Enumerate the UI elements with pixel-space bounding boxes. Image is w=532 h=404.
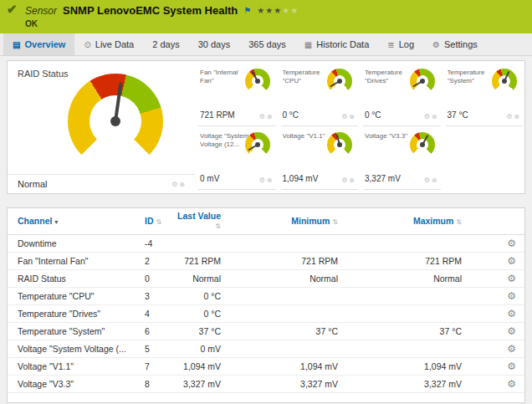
- gauge-label: Temperature "CPU": [283, 69, 333, 85]
- minimum-value: 721 RPM: [221, 256, 338, 266]
- priority-flag-icon[interactable]: ⚑: [243, 6, 251, 15]
- channel-name: Temperature "Drives": [18, 309, 143, 319]
- gauge-pin-icon[interactable]: ⊕: [432, 113, 439, 120]
- gauge-tile-temp-system: Temperature "System" 37 °C ⚙⊕: [446, 64, 524, 126]
- gauge-pin-icon[interactable]: ⊕: [432, 176, 439, 184]
- priority-stars[interactable]: ★★★★★: [257, 7, 299, 15]
- gauge-label: Fan "Internal Fan": [200, 69, 250, 85]
- channel-id: 3: [143, 291, 175, 301]
- channel-settings-gear-icon[interactable]: ⚙: [462, 255, 516, 267]
- gauge-hub: [420, 142, 425, 147]
- col-header-channel[interactable]: Channel ▾: [18, 217, 143, 227]
- sort-down-icon: ▾: [54, 218, 58, 226]
- star-icon[interactable]: ★: [265, 6, 274, 15]
- tab-label: 2 days: [152, 39, 179, 49]
- channel-gauge: [410, 69, 435, 94]
- sensor-title-line: Sensor SNMP LenovoEMC System Health ⚑ ★★…: [25, 4, 299, 17]
- maximum-value: 1,094 mV: [338, 361, 462, 371]
- table-row: Temperature "CPU" 3 0 °C ⚙: [8, 288, 524, 305]
- channel-settings-gear-icon[interactable]: ⚙: [462, 361, 516, 372]
- gauge-label: Voltage "V3.3": [365, 132, 415, 141]
- minimum-value: 1,094 mV: [221, 361, 338, 371]
- last-value: 721 RPM: [175, 256, 221, 266]
- gauge-value: 3,327 mV: [365, 174, 401, 183]
- gauge-gear-icon[interactable]: ⚙: [259, 113, 267, 120]
- gauge-pin-icon[interactable]: ⊕: [267, 113, 274, 120]
- gauge-value: 37 °C: [448, 110, 468, 120]
- gauge-gear-icon[interactable]: ⚙: [424, 113, 432, 120]
- gauge-pin-icon[interactable]: ⊕: [349, 176, 356, 184]
- gauge-value: 0 mV: [200, 174, 219, 183]
- tab-2-days[interactable]: 2 days: [143, 33, 188, 55]
- gauge-pin-icon[interactable]: ⊕: [514, 113, 521, 120]
- channel-id: 6: [143, 326, 175, 336]
- channel-name: Downtime: [18, 238, 143, 248]
- channel-gauge: [327, 132, 352, 157]
- raid-status-gauge: [68, 74, 163, 169]
- star-icon[interactable]: ★: [257, 6, 265, 15]
- live-data-icon: ⊙: [84, 40, 90, 49]
- channel-gauge: [492, 69, 517, 94]
- tab-overview[interactable]: ▤Overview: [3, 33, 74, 55]
- last-value: 1,094 mV: [175, 361, 221, 371]
- gauge-label: Temperature "System": [448, 69, 498, 85]
- tab-settings[interactable]: ⚙Settings: [423, 33, 487, 55]
- gauge-gear-icon[interactable]: ⚙: [506, 113, 514, 120]
- channel-gauge: [245, 69, 270, 94]
- channel-settings-gear-icon[interactable]: ⚙: [462, 290, 516, 302]
- tab-historic-data[interactable]: ▦Historic Data: [295, 33, 378, 55]
- channel-settings-gear-icon[interactable]: ⚙: [462, 343, 516, 355]
- star-icon[interactable]: ★: [290, 6, 299, 15]
- tab-365-days[interactable]: 365 days: [239, 33, 295, 55]
- star-icon[interactable]: ★: [282, 6, 290, 15]
- gauge-gear-icon[interactable]: ⚙: [259, 176, 267, 184]
- tab-log[interactable]: ≣Log: [378, 33, 423, 55]
- tab-label: Live Data: [95, 39, 134, 49]
- gauge-tile-temp-drives: Temperature "Drives" 0 °C ⚙⊕: [363, 64, 441, 126]
- gauge-pin-icon[interactable]: ⊕: [267, 176, 274, 184]
- gauge-tile-temp-cpu: Temperature "CPU" 0 °C ⚙⊕: [281, 64, 359, 126]
- tab-label: Log: [399, 39, 414, 49]
- channel-id: 0: [143, 274, 175, 284]
- gauge-hub: [337, 79, 342, 84]
- gauge-gear-icon[interactable]: ⚙: [424, 176, 432, 184]
- historic-data-icon: ▦: [304, 40, 312, 49]
- channel-settings-gear-icon[interactable]: ⚙: [462, 238, 516, 249]
- raid-status-value-row: Normal ⚙⊕: [8, 174, 195, 193]
- gauge-value: 721 RPM: [200, 110, 235, 120]
- col-header-id[interactable]: ID ⇅: [143, 217, 175, 227]
- tab-30-days[interactable]: 30 days: [189, 33, 240, 55]
- table-row: Voltage "V1.1" 7 1,094 mV 1,094 mV 1,094…: [8, 358, 524, 376]
- star-icon[interactable]: ★: [274, 6, 282, 15]
- channel-settings-gear-icon[interactable]: ⚙: [462, 273, 516, 284]
- gauge-gear-icon[interactable]: ⚙: [171, 181, 179, 188]
- tab-live-data[interactable]: ⊙Live Data: [74, 33, 143, 55]
- channel-name: Temperature "CPU": [18, 291, 143, 301]
- sort-icon: ⇅: [332, 218, 338, 226]
- table-row: Voltage "V3.3" 8 3,327 mV 3,327 mV 3,327…: [8, 376, 524, 393]
- col-header-minimum[interactable]: Minimum ⇅: [221, 217, 338, 227]
- tab-label: Overview: [24, 39, 65, 49]
- channel-id: 4: [143, 309, 175, 319]
- channel-gauge: [245, 132, 270, 157]
- gauge-pin-icon[interactable]: ⊕: [349, 113, 356, 120]
- sensor-kind-label: Sensor: [25, 5, 57, 17]
- channel-gauge-grid: Fan "Internal Fan" 721 RPM ⚙⊕ Temperatur…: [198, 64, 523, 192]
- last-value: 0 °C: [175, 309, 221, 319]
- channel-name: Fan "Internal Fan": [18, 256, 143, 266]
- channel-settings-gear-icon[interactable]: ⚙: [462, 308, 516, 320]
- channel-id: -4: [143, 238, 175, 248]
- channel-settings-gear-icon[interactable]: ⚙: [462, 378, 516, 390]
- channel-table-header: Channel ▾ ID ⇅ Last Value ⇅ Minimum ⇅ Ma…: [8, 208, 524, 235]
- col-header-maximum[interactable]: Maximum ⇅: [338, 217, 462, 227]
- col-header-last-value[interactable]: Last Value ⇅: [175, 212, 221, 231]
- channel-settings-gear-icon[interactable]: ⚙: [462, 325, 516, 337]
- gauge-gear-icon[interactable]: ⚙: [341, 176, 349, 184]
- gauge-gear-icon[interactable]: ⚙: [341, 113, 349, 120]
- last-value: Normal: [175, 274, 221, 284]
- sensor-tab-bar: ▤Overview ⊙Live Data 2 days 30 days 365 …: [0, 33, 532, 56]
- gauge-label: Voltage "System Voltage (12...: [200, 132, 250, 149]
- last-value: 0 mV: [175, 344, 221, 354]
- gauge-pin-icon[interactable]: ⊕: [179, 181, 187, 188]
- sensor-header-bar: ✔ Sensor SNMP LenovoEMC System Health ⚑ …: [0, 0, 532, 33]
